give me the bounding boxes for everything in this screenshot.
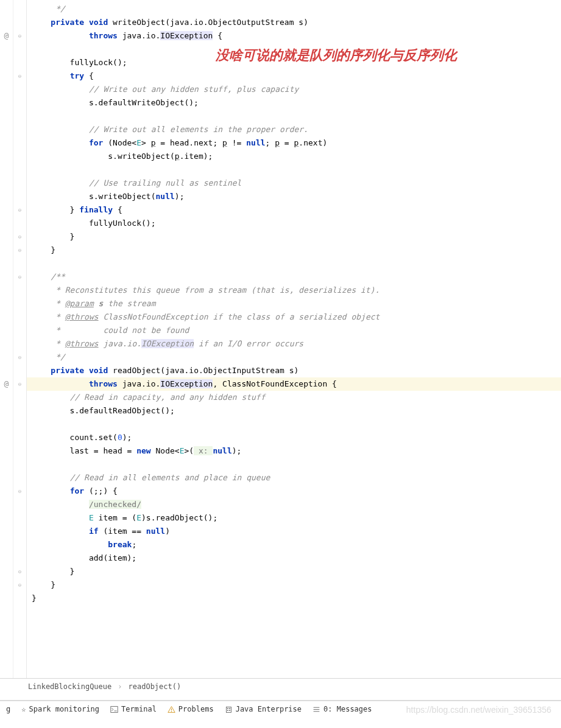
fold-gutter: ⊖ ⊖ ⊖⊖⊖ ⊖ ⊖⊖ ⊖ ⊖⊖	[13, 0, 27, 678]
svg-rect-7	[229, 710, 230, 711]
code-line: /**	[27, 270, 561, 284]
code-line: fullyUnlock();	[27, 217, 561, 230]
code-line: throws java.io.IOException, ClassNotFoun…	[27, 377, 561, 391]
spark-monitoring-tool[interactable]: ☆ Spark monitoring	[21, 705, 99, 713]
code-line: }	[27, 592, 561, 605]
java-enterprise-tool[interactable]: Java Enterprise	[225, 705, 302, 713]
code-line: // Write out any hidden stuff, plus capa…	[27, 83, 561, 96]
code-line: // Write out all elements in the proper …	[27, 123, 561, 136]
warning-icon	[168, 705, 175, 713]
code-line: count.set(0);	[27, 431, 561, 444]
code-line: */	[27, 351, 561, 364]
code-line: // Read in all elements and place in que…	[27, 471, 561, 485]
code-line: if (item == null)	[27, 525, 561, 538]
code-line: } finally {	[27, 203, 561, 217]
code-line: // Use trailing null as sentinel	[27, 177, 561, 190]
code-line: s.defaultReadObject();	[27, 404, 561, 418]
code-area[interactable]: 没啥可说的就是队列的序列化与反序列化 */ private void write…	[27, 0, 561, 678]
fold-icon[interactable]: ⊖	[13, 29, 26, 43]
fold-icon[interactable]: ⊖	[13, 230, 26, 243]
list-icon	[312, 705, 320, 713]
code-line: for (Node<E> p = head.next; p != null; p…	[27, 136, 561, 150]
code-line	[27, 163, 561, 177]
code-line	[27, 458, 561, 471]
code-line: * @param s the stream	[27, 297, 561, 310]
code-line: for (;;) {	[27, 485, 561, 498]
fold-icon[interactable]: ⊖	[13, 351, 26, 364]
code-line: try {	[27, 69, 561, 83]
code-line	[27, 418, 561, 431]
code-line	[27, 43, 561, 56]
breadcrumb-method[interactable]: readObject()	[129, 682, 182, 691]
svg-point-2	[171, 711, 172, 712]
code-line: E item = (E)s.readObject();	[27, 511, 561, 525]
terminal-tool[interactable]: Terminal	[110, 705, 157, 713]
code-line: s.writeObject(p.item);	[27, 150, 561, 163]
code-line: break;	[27, 538, 561, 551]
fold-icon[interactable]: ⊖	[13, 69, 26, 83]
code-line	[27, 110, 561, 123]
code-line: last = head = new Node<E>( x: null);	[27, 444, 561, 458]
code-line: s.writeObject(null);	[27, 190, 561, 203]
code-line: * Reconstitutes this queue from a stream…	[27, 284, 561, 297]
fold-icon[interactable]: ⊖	[13, 578, 26, 592]
messages-tool[interactable]: 0: Messages	[312, 705, 372, 713]
breadcrumb-class[interactable]: LinkedBlockingQueue	[28, 682, 111, 691]
code-line	[27, 257, 561, 270]
svg-rect-6	[227, 710, 228, 711]
code-line: throws java.io.IOException {	[27, 29, 561, 43]
fold-icon[interactable]: ⊖	[13, 270, 26, 284]
code-line: * could not be found	[27, 324, 561, 337]
truncated-item[interactable]: g	[6, 705, 10, 713]
fold-icon[interactable]: ⊖	[13, 565, 26, 578]
code-line: }	[27, 565, 561, 578]
code-line: /unchecked/	[27, 498, 561, 511]
fold-icon[interactable]: ⊖	[13, 377, 26, 391]
override-marker[interactable]: @	[4, 29, 9, 43]
tool-window-bar: g ☆ Spark monitoring Terminal Problems J…	[0, 701, 561, 717]
code-line: * @throws ClassNotFoundException if the …	[27, 310, 561, 324]
code-line: private void readObject(java.io.ObjectIn…	[27, 364, 561, 377]
terminal-icon	[110, 705, 118, 713]
problems-tool[interactable]: Problems	[168, 705, 214, 713]
fold-icon[interactable]: ⊖	[13, 243, 26, 257]
svg-rect-0	[111, 706, 118, 712]
code-line: }	[27, 578, 561, 592]
code-line: }	[27, 230, 561, 243]
star-icon: ☆	[21, 705, 26, 713]
breadcrumb[interactable]: LinkedBlockingQueue › readObject()	[0, 678, 561, 695]
override-marker[interactable]: @	[4, 377, 9, 391]
code-line: add(item);	[27, 551, 561, 565]
code-line: */	[27, 2, 561, 16]
building-icon	[225, 705, 233, 713]
svg-rect-5	[229, 708, 230, 709]
code-line: fullyLock();	[27, 56, 561, 69]
code-line: private void writeObject(java.io.ObjectO…	[27, 16, 561, 29]
code-line: }	[27, 243, 561, 257]
panel-divider	[0, 695, 561, 701]
svg-rect-3	[226, 707, 231, 712]
fold-icon[interactable]: ⊖	[13, 203, 26, 217]
code-line: s.defaultWriteObject();	[27, 96, 561, 110]
fold-icon[interactable]: ⊖	[13, 485, 26, 498]
code-editor[interactable]: @ @ ⊖ ⊖ ⊖⊖⊖ ⊖ ⊖⊖ ⊖ ⊖⊖ 没啥可说的就是队列的序列化与反序列化…	[0, 0, 561, 678]
breadcrumb-separator: ›	[118, 682, 122, 691]
svg-rect-4	[227, 708, 228, 709]
code-line: // Read in capacity, and any hidden stuf…	[27, 391, 561, 404]
code-line: * @throws java.io.IOException if an I/O …	[27, 337, 561, 351]
marker-gutter: @ @	[0, 0, 13, 678]
